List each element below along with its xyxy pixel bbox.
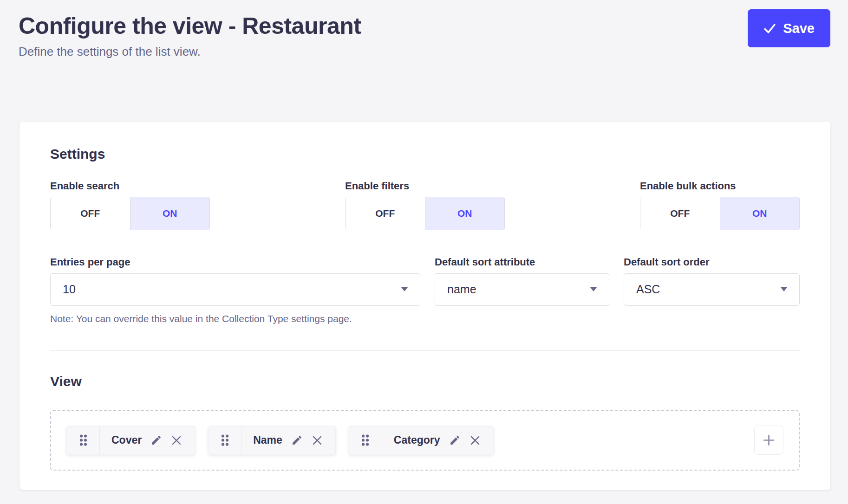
enable-bulk-actions-toggle[interactable]: OFF ON — [640, 197, 800, 230]
default-sort-order-label: Default sort order — [624, 256, 800, 268]
x-icon — [470, 435, 481, 446]
field-default-sort-order: Default sort order ASC — [624, 256, 800, 324]
drag-handle[interactable] — [209, 426, 241, 454]
default-sort-order-value: ASC — [636, 283, 660, 296]
save-button[interactable]: Save — [748, 9, 830, 47]
default-sort-attribute-value: name — [447, 283, 476, 296]
add-field-button[interactable] — [754, 426, 783, 455]
enable-filters-label: Enable filters — [345, 180, 505, 192]
plus-icon — [762, 433, 776, 447]
enable-filters-toggle[interactable]: OFF ON — [345, 197, 505, 230]
enable-search-toggle[interactable]: OFF ON — [50, 197, 210, 230]
entries-per-page-value: 10 — [63, 283, 76, 296]
enable-search-off-option[interactable]: OFF — [51, 197, 130, 230]
chevron-down-icon — [401, 287, 408, 291]
remove-field-button[interactable] — [470, 435, 481, 446]
view-field-chip-category: Category — [349, 426, 494, 455]
view-section-heading: View — [50, 373, 800, 390]
entries-per-page-note: Note: You can override this value in the… — [50, 313, 420, 324]
check-icon — [763, 22, 776, 35]
chevron-down-icon — [590, 287, 597, 291]
field-enable-filters: Enable filters OFF ON — [345, 180, 505, 230]
field-enable-bulk-actions: Enable bulk actions OFF ON — [640, 180, 800, 230]
remove-field-button[interactable] — [312, 435, 323, 446]
page-title: Configure the view - Restaurant — [19, 12, 830, 40]
enable-filters-on-option[interactable]: ON — [425, 197, 505, 230]
drag-handle[interactable] — [67, 426, 100, 454]
settings-section-heading: Settings — [50, 146, 800, 162]
remove-field-button[interactable] — [171, 435, 182, 446]
pencil-icon — [150, 434, 162, 446]
settings-card: Settings Enable search OFF ON Enable fil… — [20, 122, 830, 490]
chevron-down-icon — [781, 287, 787, 291]
entries-per-page-select[interactable]: 10 — [50, 273, 420, 306]
enable-search-label: Enable search — [50, 180, 210, 192]
page-header: Configure the view - Restaurant Define t… — [0, 0, 848, 59]
edit-field-button[interactable] — [449, 434, 461, 446]
enable-search-on-option[interactable]: ON — [130, 197, 210, 230]
enable-filters-off-option[interactable]: OFF — [346, 197, 425, 230]
view-field-label: Category — [394, 434, 440, 446]
view-field-chip-name: Name — [208, 426, 336, 455]
default-sort-attribute-select[interactable]: name — [435, 273, 609, 306]
page-subtitle: Define the settings of the list view. — [19, 45, 830, 59]
enable-bulk-actions-label: Enable bulk actions — [640, 180, 800, 192]
default-sort-attribute-label: Default sort attribute — [435, 256, 609, 268]
edit-field-button[interactable] — [150, 434, 162, 446]
pencil-icon — [291, 434, 303, 446]
selects-row: Entries per page 10 Note: You can overri… — [50, 256, 800, 324]
field-entries-per-page: Entries per page 10 Note: You can overri… — [50, 256, 420, 324]
edit-field-button[interactable] — [291, 434, 303, 446]
toggles-row: Enable search OFF ON Enable filters OFF … — [50, 180, 800, 230]
view-field-label: Cover — [111, 434, 142, 446]
default-sort-order-select[interactable]: ASC — [624, 273, 800, 306]
x-icon — [171, 435, 182, 446]
field-default-sort-attribute: Default sort attribute name — [435, 256, 609, 324]
section-divider — [50, 350, 800, 351]
drag-dots-icon — [220, 433, 230, 447]
field-enable-search: Enable search OFF ON — [50, 180, 210, 230]
entries-per-page-label: Entries per page — [50, 256, 420, 268]
save-button-label: Save — [783, 21, 815, 36]
pencil-icon — [449, 434, 461, 446]
view-field-chip-cover: Cover — [66, 426, 195, 455]
drag-dots-icon — [78, 433, 88, 447]
enable-bulk-actions-off-option[interactable]: OFF — [640, 197, 720, 230]
view-fields-dropzone: Cover — [50, 410, 800, 471]
drag-dots-icon — [360, 433, 370, 447]
view-field-label: Name — [253, 434, 282, 446]
x-icon — [312, 435, 323, 446]
drag-handle[interactable] — [349, 426, 382, 454]
enable-bulk-actions-on-option[interactable]: ON — [720, 197, 800, 230]
